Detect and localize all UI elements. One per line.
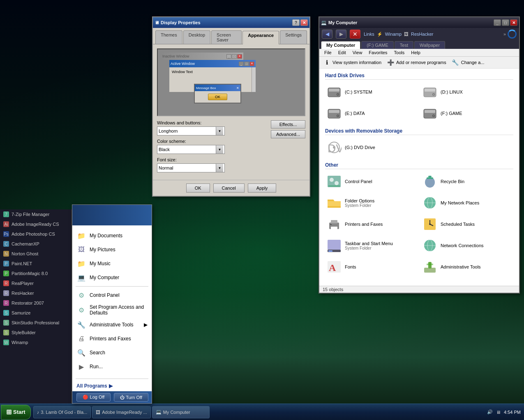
other-fonts[interactable]: A Fonts bbox=[325, 258, 418, 276]
menu-file[interactable]: File bbox=[321, 49, 335, 56]
taskbar-item-icon bbox=[327, 238, 342, 253]
netconn-label: Network Connections bbox=[441, 243, 484, 248]
other-tasks[interactable]: Scheduled Tasks bbox=[421, 215, 513, 233]
tab-appearance[interactable]: Appearance bbox=[242, 31, 279, 44]
taskbar-item-1[interactable]: 🖼 Adobe ImageReady ... bbox=[92, 406, 150, 418]
mycomp-max-btn[interactable]: □ bbox=[502, 19, 509, 26]
other-printers[interactable]: Printers and Faxes bbox=[325, 215, 418, 233]
menu-edit[interactable]: Edit bbox=[335, 49, 349, 56]
drive-e-label: (E:) DATA bbox=[345, 111, 365, 116]
app-item-realplayer[interactable]: R RealPlayer bbox=[0, 278, 72, 288]
menu-favorites[interactable]: Favorites bbox=[365, 49, 390, 56]
taskbar-item-icon-2: 💻 bbox=[156, 409, 162, 415]
tab-test[interactable]: Test bbox=[395, 41, 413, 49]
app-item-cacheman[interactable]: C CachemanXP bbox=[0, 239, 72, 249]
tab-settings[interactable]: Settings bbox=[280, 30, 307, 44]
app-item-paintnet[interactable]: P Paint.NET bbox=[0, 259, 72, 269]
drive-g[interactable]: DVD (G:) DVD Drive bbox=[325, 138, 418, 156]
svg-rect-51 bbox=[427, 264, 433, 265]
sm-item-search[interactable]: 🔍 Search bbox=[72, 346, 152, 360]
sm-item-printers[interactable]: 🖨 Printers and Faxes bbox=[72, 332, 152, 346]
menu-view[interactable]: View bbox=[349, 49, 366, 56]
tab-wallpaper[interactable]: Wallpaper bbox=[414, 41, 445, 49]
windows-buttons-select[interactable]: Longhorn ▼ bbox=[157, 126, 225, 135]
controlpanel-item-label: Control Panel bbox=[345, 179, 372, 184]
sm-item-setprograms[interactable]: ⚙ Set Program Access and Defaults bbox=[72, 302, 152, 318]
color-scheme-label: Color scheme: bbox=[157, 139, 268, 144]
font-size-select[interactable]: Normal ▼ bbox=[157, 163, 225, 172]
drive-d[interactable]: (D:) LINUX bbox=[421, 83, 513, 101]
app-item-skinstudio[interactable]: S SkinStudio Professional bbox=[0, 318, 72, 328]
links-link[interactable]: Links bbox=[364, 32, 374, 37]
back-btn[interactable]: ◀ bbox=[322, 30, 332, 39]
app-item-restorator[interactable]: R Restorator 2007 bbox=[0, 298, 72, 308]
menu-tools[interactable]: Tools bbox=[391, 49, 408, 56]
color-scheme-select[interactable]: Black ▼ bbox=[157, 145, 225, 154]
other-netconn[interactable]: Network Connections bbox=[421, 236, 513, 255]
advanced-btn[interactable]: Advanced... bbox=[271, 130, 305, 138]
fonts-icon: A bbox=[327, 259, 342, 274]
effects-btn[interactable]: Effects... bbox=[271, 120, 305, 129]
stop-btn[interactable]: ✕ bbox=[350, 30, 360, 39]
action-addremove[interactable]: ➕ Add or remove programs bbox=[386, 58, 446, 67]
other-taskbar[interactable]: Taskbar and Start Menu System Folder bbox=[325, 236, 418, 255]
sm-item-controlpanel[interactable]: ⚙ Control Panel bbox=[72, 288, 152, 302]
mycomp-close-btn[interactable]: ✕ bbox=[510, 19, 517, 26]
reshacker-link[interactable]: ResHacker bbox=[411, 32, 433, 37]
other-admintools[interactable]: Administrative Tools bbox=[421, 258, 513, 276]
app-item-partitionmagic[interactable]: P PartitionMagic 8.0 bbox=[0, 269, 72, 278]
app-item-norton[interactable]: N Norton Ghost bbox=[0, 249, 72, 259]
shutdown-btn[interactable]: ⏻ Turn Off bbox=[114, 393, 148, 402]
display-apply-btn[interactable]: Apply bbox=[248, 184, 277, 193]
display-close-btn[interactable]: ✕ bbox=[300, 19, 308, 26]
tab-mycomputer[interactable]: My Computer bbox=[321, 41, 360, 49]
taskbar-item-labels: Taskbar and Start Menu System Folder bbox=[345, 241, 393, 250]
taskbar-item-0[interactable]: ♪ 3. Lamb Of God - Bla... bbox=[33, 406, 91, 418]
sm-divider bbox=[76, 286, 148, 287]
app-item-7zip[interactable]: 7 7-Zip File Manager bbox=[0, 209, 72, 219]
taskbar-item-2[interactable]: 💻 My Computer bbox=[152, 406, 210, 418]
menu-help[interactable]: Help bbox=[408, 49, 424, 56]
start-button[interactable]: ⊞ Start bbox=[1, 405, 31, 420]
hard-disk-section: Hard Disk Drives (C:) SYSTEM (D:) LINUX bbox=[325, 73, 513, 122]
display-help-btn[interactable]: ? bbox=[292, 19, 300, 26]
sm-item-mymusic[interactable]: 📁 My Music bbox=[72, 257, 152, 271]
app-item-samurize[interactable]: S Samurize bbox=[0, 308, 72, 318]
winamp-link[interactable]: Winamp bbox=[385, 32, 402, 37]
svg-rect-17 bbox=[425, 110, 435, 113]
sm-item-admintools[interactable]: 🔧 Administrative Tools ▶ bbox=[72, 318, 152, 332]
logout-btn[interactable]: 🔴 Log Off bbox=[76, 393, 111, 402]
mycomp-min-btn[interactable]: _ bbox=[494, 19, 501, 26]
tab-fgame[interactable]: (F:) GAME bbox=[361, 41, 394, 49]
other-recycle[interactable]: Recycle Bin bbox=[421, 172, 513, 190]
sm-item-mypics[interactable]: 🖼 My Pictures bbox=[72, 243, 152, 257]
recycle-label: Recycle Bin bbox=[441, 179, 464, 184]
action-change[interactable]: 🔧 Change a... bbox=[451, 58, 485, 67]
display-ok-btn[interactable]: OK bbox=[186, 184, 210, 193]
tasks-label: Scheduled Tasks bbox=[441, 222, 475, 227]
tab-desktop[interactable]: Desktop bbox=[183, 30, 210, 44]
app-item-winamp[interactable]: W Winamp bbox=[0, 337, 72, 347]
other-folderoptions[interactable]: Folder Options System Folder bbox=[325, 194, 418, 212]
tab-screensaver[interactable]: Screen Saver bbox=[211, 30, 242, 44]
app-item-reshacker[interactable]: R ResHacker bbox=[0, 288, 72, 298]
drive-e[interactable]: (E:) DATA bbox=[325, 104, 418, 122]
other-network[interactable]: My Network Places bbox=[421, 194, 513, 212]
other-controlpanel[interactable]: Control Panel bbox=[325, 172, 418, 190]
display-cancel-btn[interactable]: Cancel bbox=[213, 184, 245, 193]
app-icon-realplayer: R bbox=[3, 280, 9, 286]
app-item-photoshop[interactable]: Ps Adobe Photoshop CS bbox=[0, 229, 72, 239]
forward-btn[interactable]: ▶ bbox=[336, 30, 346, 39]
sm-item-mydocs[interactable]: 📁 My Documents bbox=[72, 229, 152, 243]
admintools-arrow: ▶ bbox=[144, 322, 148, 328]
network-label: My Network Places bbox=[441, 200, 479, 205]
drive-f[interactable]: (F:) GAME bbox=[421, 104, 513, 122]
sm-item-mycomp[interactable]: 💻 My Computer bbox=[72, 271, 152, 285]
drive-c[interactable]: (C:) SYSTEM bbox=[325, 83, 418, 101]
action-sysinfo[interactable]: ℹ View system information bbox=[323, 58, 381, 67]
app-item-imageready[interactable]: Ai Adobe ImageReady CS bbox=[0, 219, 72, 229]
sm-item-run[interactable]: ▶ Run... bbox=[72, 360, 152, 374]
app-item-stylebuilder[interactable]: S StyleBuilder bbox=[0, 328, 72, 337]
all-programs-btn[interactable]: All Programs ▶ bbox=[72, 381, 152, 391]
tab-themes[interactable]: Themes bbox=[155, 30, 182, 44]
